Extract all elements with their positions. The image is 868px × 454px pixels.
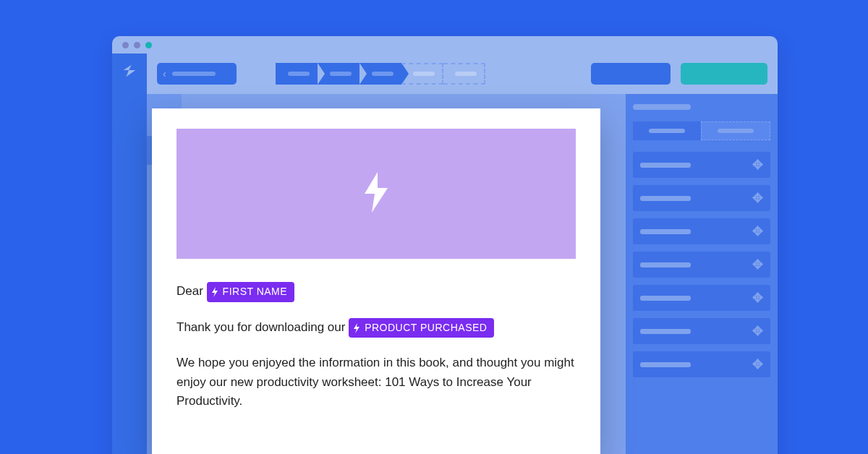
drag-icon[interactable]: ✥ [752, 323, 763, 339]
drag-icon[interactable]: ✥ [752, 290, 763, 306]
block-row-2[interactable]: ✥ [633, 185, 770, 211]
block-row-4[interactable]: ✥ [633, 252, 770, 278]
svg-marker-1 [212, 287, 218, 297]
block-row-6[interactable]: ✥ [633, 318, 770, 344]
block-row-5[interactable]: ✥ [633, 285, 770, 311]
block-row-1[interactable]: ✥ [633, 152, 770, 178]
drag-icon[interactable]: ✥ [752, 157, 763, 173]
toolbar: ‹ [147, 53, 778, 94]
toolbar-primary-button[interactable] [681, 63, 767, 85]
email-preview: Dear FIRST NAME Thank you for downloadin… [152, 108, 600, 454]
window-titlebar [112, 36, 778, 53]
svg-marker-2 [354, 323, 359, 333]
greeting-prefix: Dear [176, 284, 203, 298]
thankyou-prefix: Thank you for downloading our [176, 320, 345, 334]
email-greeting-line[interactable]: Dear FIRST NAME [176, 282, 576, 302]
brand-logo-icon [122, 62, 137, 81]
step-4[interactable] [401, 63, 443, 85]
back-button[interactable]: ‹ [157, 63, 237, 85]
panel-heading [633, 104, 691, 110]
email-thankyou-line[interactable]: Thank you for downloading our PRODUCT PU… [176, 318, 576, 338]
step-progress [276, 63, 485, 85]
window-close-icon[interactable] [122, 42, 129, 48]
right-panel: ✥ ✥ ✥ ✥ ✥ ✥ ✥ [626, 94, 778, 454]
merge-tag-first-name[interactable]: FIRST NAME [207, 282, 295, 302]
drag-icon[interactable]: ✥ [752, 257, 763, 273]
panel-tabs [633, 121, 770, 140]
window-minimize-icon[interactable] [134, 42, 140, 48]
drag-icon[interactable]: ✥ [752, 190, 763, 206]
email-body-text[interactable]: We hope you enjoyed the information in t… [176, 354, 576, 411]
placeholder-bar [172, 72, 216, 76]
email-hero[interactable] [176, 129, 576, 259]
toolbar-secondary-button[interactable] [591, 63, 671, 85]
drag-icon[interactable]: ✥ [752, 356, 763, 372]
step-1[interactable] [276, 63, 318, 85]
merge-tag-label: PRODUCT PURCHASED [365, 320, 487, 336]
window-zoom-icon[interactable] [145, 42, 152, 48]
brand-column [112, 53, 147, 454]
panel-tab-2[interactable] [701, 121, 770, 140]
block-row-3[interactable]: ✥ [633, 218, 770, 244]
merge-tag-label: FIRST NAME [223, 284, 288, 300]
svg-marker-0 [365, 172, 388, 213]
panel-tab-1[interactable] [633, 121, 701, 140]
step-2[interactable] [318, 63, 359, 85]
drag-icon[interactable]: ✥ [752, 223, 763, 239]
block-row-7[interactable]: ✥ [633, 351, 770, 377]
chevron-left-icon: ‹ [163, 68, 166, 80]
step-3[interactable] [359, 63, 401, 85]
lightning-icon [362, 172, 391, 215]
step-5[interactable] [443, 63, 485, 85]
merge-tag-product[interactable]: PRODUCT PURCHASED [349, 318, 494, 338]
